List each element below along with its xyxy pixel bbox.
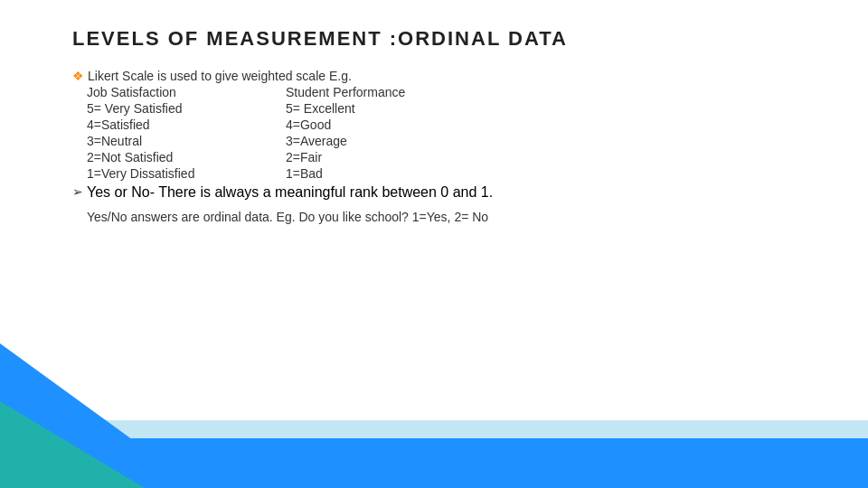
likert-intro-line: ❖ Likert Scale is used to give weighted … <box>72 69 796 83</box>
left-cell: 5= Very Satisfied <box>87 101 286 116</box>
table-row: 2=Not Satisfied 2=Fair <box>87 150 796 164</box>
table-row: 1=Very Dissatisfied 1=Bad <box>87 166 796 181</box>
page-title: LEVELS OF MEASUREMENT :ORDINAL DATA <box>72 27 796 51</box>
bottom-decoration <box>0 343 868 488</box>
yes-no-bullet-line: ➢ Yes or No- There is always a meaningfu… <box>72 184 796 201</box>
right-cell: 1=Bad <box>286 166 796 181</box>
left-cell: 2=Not Satisfied <box>87 150 286 164</box>
left-cell: 1=Very Dissatisfied <box>87 166 286 181</box>
column-headers: Job Satisfaction Student Performance <box>87 85 796 99</box>
left-cell: 3=Neutral <box>87 134 286 148</box>
yes-no-bullet-text: Yes or No- There is always a meaningful … <box>87 184 493 201</box>
right-cell: 4=Good <box>286 117 796 132</box>
main-content: LEVELS OF MEASUREMENT :ORDINAL DATA ❖ Li… <box>72 27 796 224</box>
right-column-header: Student Performance <box>286 85 796 99</box>
table-row: 5= Very Satisfied 5= Excellent <box>87 101 796 116</box>
left-cell: 4=Satisfied <box>87 117 286 132</box>
left-column-header: Job Satisfaction <box>87 85 286 99</box>
likert-section: ❖ Likert Scale is used to give weighted … <box>72 69 796 201</box>
diamond-bullet-icon: ❖ <box>72 69 84 83</box>
arrow-bullet-icon: ➢ <box>72 184 83 199</box>
right-cell: 5= Excellent <box>286 101 796 116</box>
shape-light-blue-bar <box>0 420 868 438</box>
right-cell: 2=Fair <box>286 150 796 164</box>
table-row: 3=Neutral 3=Average <box>87 134 796 148</box>
table-row: 4=Satisfied 4=Good <box>87 117 796 132</box>
yes-no-example: Yes/No answers are ordinal data. Eg. Do … <box>87 210 796 224</box>
likert-intro-text: Likert Scale is used to give weighted sc… <box>88 69 352 83</box>
right-cell: 3=Average <box>286 134 796 148</box>
slide: LEVELS OF MEASUREMENT :ORDINAL DATA ❖ Li… <box>0 0 868 488</box>
